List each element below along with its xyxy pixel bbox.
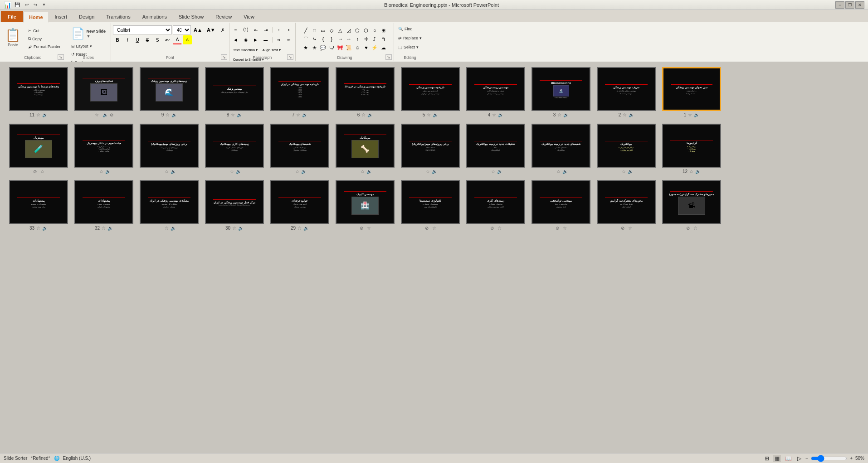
font-name-select[interactable]: Calibri (113, 25, 172, 34)
shape-bracket[interactable]: { (319, 35, 327, 43)
rtl-button[interactable]: ⇒ (274, 35, 283, 44)
slide-thumb-11[interactable]: زشته‌های مرتبط با مهندسین پزشکی • مهندسی… (9, 67, 68, 111)
slide-icon-7b[interactable]: 🔉 (302, 112, 307, 117)
slide-icon-16b[interactable]: 🔉 (432, 169, 437, 174)
slide-thumb-28[interactable]: مهندسی کلینیک 🏥 (336, 180, 395, 224)
shape-oval[interactable]: ○ (371, 26, 379, 34)
slide-icon-1[interactable]: ☆ (688, 112, 692, 117)
slide-icon-24[interactable]: ⊘ (621, 226, 624, 231)
shape-darrow[interactable]: ↔ (345, 35, 353, 43)
slide-icon-14[interactable]: ☆ (556, 169, 561, 174)
slide-icon-28[interactable]: ⊘ (360, 226, 363, 231)
slide-icon-3[interactable]: ☆ (557, 112, 561, 117)
slide-thumb-29[interactable]: جوامع حرفه‌ای انجمن‌های حرفه‌ایمهندسی پز… (270, 180, 329, 224)
slide-icon-26b[interactable]: ☆ (497, 226, 502, 231)
view-sorter-button[interactable]: ▦ (773, 455, 781, 462)
slide-icon-25b[interactable]: ☆ (563, 226, 567, 231)
slide-icon-17b[interactable]: 🔉 (366, 169, 372, 174)
shape-arrow[interactable]: → (336, 35, 344, 43)
slide-icon-5[interactable]: ☆ (427, 112, 431, 117)
slide-icon-17[interactable]: ☆ (361, 169, 365, 174)
slide-thumb-14[interactable]: شعبه‌های جدید در زمینه بیوالکتریک شعبه‌ه… (532, 124, 590, 168)
slide-icon-30[interactable]: ☆ (232, 226, 236, 231)
slide-thumb-30[interactable]: مرکز فعل مهندسین پزشکی در ایران Iranian … (205, 180, 264, 224)
zoom-in-icon[interactable]: + (850, 456, 853, 461)
slide-icon-18[interactable]: ☆ (295, 169, 299, 174)
slide-thumb-10[interactable]: فعالیت‌های ویژه 🖼 (74, 67, 133, 111)
slide-icon-1b[interactable]: 🔉 (694, 112, 699, 117)
close-button[interactable]: ✕ (855, 1, 864, 9)
slide-icon-15b[interactable]: 🔉 (497, 169, 502, 174)
shape-triangle[interactable]: △ (336, 26, 344, 34)
tab-home[interactable]: Home (23, 12, 49, 23)
find-button[interactable]: 🔍 Find (396, 25, 415, 33)
slide-thumb-6[interactable]: تاریخچه مهندسی پزشکی در قرن 20 • دهه ۱۹۵… (336, 67, 395, 111)
font-launcher[interactable]: ↘ (221, 54, 227, 60)
slide-thumb-3[interactable]: Bioengineering 🔬 ENGINEERING (532, 67, 590, 111)
slide-icon-32[interactable]: ☆ (102, 226, 106, 231)
justify-button[interactable]: ▬ (261, 35, 270, 44)
slide-thumb-13[interactable]: بیوالکتریک • سیگنال‌های الکتریکی• الکترو… (597, 124, 656, 168)
slide-icon-15[interactable]: ☆ (491, 169, 495, 174)
slide-thumb-16[interactable]: برخی پروژه‌های مهم(بیوالکتریک) EEG / ECG… (401, 124, 460, 168)
tab-transitions[interactable]: Transitions (100, 11, 136, 22)
save-button[interactable]: 💾 (13, 1, 22, 8)
slide-icon-32b[interactable]: 🔉 (107, 226, 113, 231)
copy-button[interactable]: ⧉ Copy (26, 35, 63, 43)
slide-icon-16[interactable]: ☆ (426, 169, 430, 174)
view-reading-button[interactable]: 📖 (784, 455, 793, 462)
slide-thumb-31[interactable]: مشکلات مهندسی پزشکی در ایران مشکلات کلی … (140, 180, 199, 224)
slide-icon-14b[interactable]: 🔉 (562, 169, 568, 174)
slide-thumb-9[interactable]: زمینه‌های کاری مهندسین پزشک 🌊 (140, 67, 199, 111)
slide-icon-6[interactable]: ☆ (361, 112, 366, 117)
font-color-button[interactable]: A (173, 35, 182, 44)
increase-font-size-button[interactable]: A▲ (192, 25, 204, 34)
slide-icon-20b[interactable]: 🔉 (171, 169, 176, 174)
slide-thumb-24[interactable]: محورهای مشترک سه گرایش نقاط اشتراک سهگرا… (597, 180, 656, 224)
slide-thumb-33[interactable]: پیشنهادات پیشنهادات و توصیه‌هابرای بهبود… (9, 180, 68, 224)
tab-insert[interactable]: Insert (49, 11, 73, 22)
slide-icon-25[interactable]: ⊘ (556, 226, 559, 231)
shape-quad-arrow[interactable]: ✛ (362, 35, 370, 43)
redo-button[interactable]: ↪ (32, 1, 39, 8)
cut-button[interactable]: ✂ Cut (26, 27, 63, 34)
slide-icon-12[interactable]: ☆ (689, 169, 693, 174)
slide-icon-22[interactable]: ⊘ (33, 169, 37, 174)
decrease-indent-button[interactable]: ⇤ (251, 25, 260, 34)
slide-icon-20[interactable]: ☆ (165, 169, 169, 174)
slide-icon-29b[interactable]: 🔉 (303, 226, 309, 231)
drawing-launcher[interactable]: ↘ (385, 54, 392, 60)
shape-arc[interactable]: ⌒ (302, 35, 310, 43)
slide-icon-21b[interactable]: 🔉 (105, 169, 111, 174)
slide-icon-30b[interactable]: 🔉 (238, 226, 244, 231)
shape-star[interactable]: ★ (302, 43, 310, 52)
shape-brace[interactable]: } (327, 35, 336, 43)
font-highlight-button[interactable]: A (183, 35, 192, 44)
decrease-font-size-button[interactable]: A▼ (205, 25, 217, 34)
slide-thumb-27[interactable]: تکنولوژی سیستم‌ها سیستم‌های پزشکی وتکنول… (401, 180, 460, 224)
shape-pentagon[interactable]: ⬠ (353, 26, 361, 34)
slide-thumb-4[interactable]: مهندسی زیست‌پزشکی تعریف و حوزه‌های کاریم… (466, 67, 525, 111)
select-button[interactable]: ⬚ Select ▾ (396, 43, 421, 51)
tab-animations[interactable]: Animations (137, 11, 173, 22)
slide-icon-21[interactable]: ☆ (99, 169, 103, 174)
slide-icon-8b[interactable]: 🔉 (237, 112, 242, 117)
tab-review[interactable]: Review (210, 11, 238, 22)
slide-thumb-20[interactable]: برخی پروژه‌های مهم(بیومکانیک) پروژه‌های … (140, 124, 199, 168)
shape-callout[interactable]: 💬 (319, 43, 327, 52)
slide-thumb-18[interactable]: شعبه‌های بیومکانیک بیومکانیک عضلانیبیومک… (270, 124, 329, 168)
slide-thumb-26[interactable]: زمینه‌های کاری حوزه‌های اشتغال وکاری مهن… (466, 180, 525, 224)
shape-connector[interactable]: ⤷ (310, 35, 318, 43)
view-slideshow-button[interactable]: ▷ (796, 455, 803, 462)
clear-formatting-button[interactable]: ✗ (218, 25, 227, 34)
slide-icon-31b[interactable]: 🔉 (171, 226, 176, 231)
shape-uarrow[interactable]: ↑ (353, 35, 361, 43)
shape-heart[interactable]: ♥ (362, 43, 370, 52)
shape-cloud[interactable]: ☁ (379, 43, 387, 52)
columns-button[interactable]: ⫿ (284, 25, 293, 34)
shape-ribbon[interactable]: 🎀 (336, 43, 344, 52)
numbering-button[interactable]: ⑴ (241, 25, 250, 34)
shape-diamond[interactable]: ◇ (327, 26, 336, 34)
char-spacing-button[interactable]: AV (163, 35, 172, 44)
text-shadow-button[interactable]: S (153, 35, 162, 44)
